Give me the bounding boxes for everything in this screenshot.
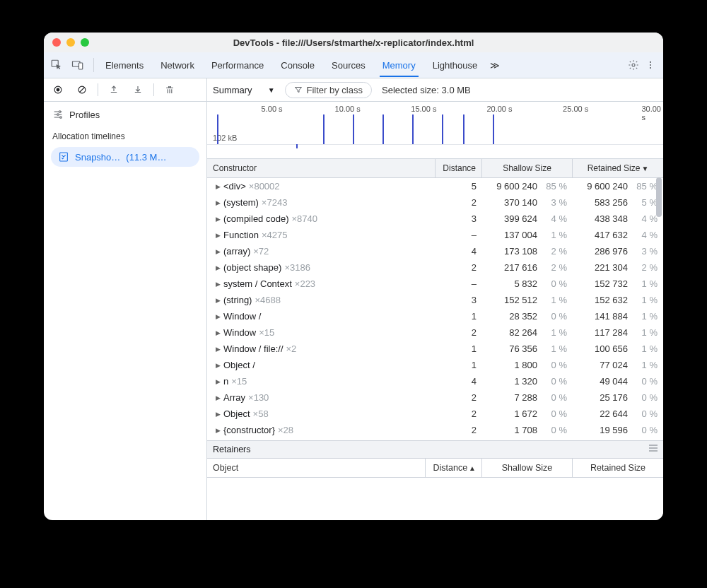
- view-mode-label: Summary: [213, 85, 252, 95]
- heap-row[interactable]: ▶n ×1541 3200 %49 0440 %: [207, 373, 663, 389]
- view-mode-dropdown[interactable]: Summary ▼: [213, 85, 275, 95]
- grid-header: Constructor Distance Shallow Size Retain…: [207, 159, 663, 178]
- svg-point-8: [57, 88, 60, 92]
- window-title: DevTools - file:///Users/stmarthe/x-repl…: [233, 37, 474, 48]
- allocation-timeline[interactable]: 5.00 s 10.00 s 15.00 s 20.00 s 25.00 s 3…: [207, 102, 663, 159]
- class-filter-input[interactable]: Filter by class: [285, 82, 372, 98]
- svg-rect-2: [79, 63, 83, 69]
- retainers-col-shallow[interactable]: Shallow Size: [482, 459, 573, 477]
- profiles-header[interactable]: Profiles: [44, 102, 206, 127]
- heap-row[interactable]: ▶(string) ×46883152 5121 %152 6321 %: [207, 292, 663, 308]
- tab-lighthouse[interactable]: Lighthouse: [424, 54, 486, 76]
- selected-size-label: Selected size: 3.0 MB: [382, 85, 471, 95]
- svg-point-12: [60, 117, 62, 119]
- retainers-menu-icon[interactable]: [649, 445, 658, 452]
- tab-elements[interactable]: Elements: [97, 54, 152, 76]
- heap-row[interactable]: ▶system / Context ×223–5 8320 %152 7321 …: [207, 276, 663, 292]
- heap-row[interactable]: ▶<div> ×8000259 600 24085 %9 600 24085 %: [207, 178, 663, 194]
- svg-point-3: [632, 64, 635, 66]
- kebab-menu-icon[interactable]: [642, 57, 659, 74]
- svg-point-11: [57, 114, 59, 116]
- heap-row[interactable]: ▶Window ×15282 2641 %117 2841 %: [207, 324, 663, 341]
- filter-placeholder: Filter by class: [307, 85, 363, 95]
- heap-row[interactable]: ▶(array) ×724173 1082 %286 9763 %: [207, 243, 663, 259]
- grid-rows: ▶<div> ×8000259 600 24085 %9 600 24085 %…: [207, 178, 663, 440]
- settings-gear-icon[interactable]: [625, 57, 642, 74]
- heap-row[interactable]: ▶(system) ×72432370 1403 %583 2565 %: [207, 194, 663, 211]
- devtools-window: DevTools - file:///Users/stmarthe/x-repl…: [44, 33, 663, 520]
- traffic-lights: [52, 38, 89, 47]
- inspect-icon[interactable]: [48, 57, 65, 74]
- sliders-icon: [52, 109, 64, 120]
- svg-point-5: [650, 64, 651, 66]
- time-label: 20.00 s: [486, 105, 512, 113]
- heap-row[interactable]: ▶(object shape) ×31862217 6162 %221 3042…: [207, 259, 663, 276]
- left-sidebar: Profiles Allocation timelines Snapsho… (…: [44, 78, 207, 520]
- left-toolbar: [44, 78, 206, 102]
- heap-row[interactable]: ▶Window /128 3520 %141 8841 %: [207, 308, 663, 324]
- time-label: 15.00 s: [411, 105, 436, 113]
- filter-icon: [294, 86, 303, 94]
- tab-performance[interactable]: Performance: [203, 54, 272, 76]
- column-constructor[interactable]: Constructor: [207, 159, 436, 177]
- tab-sources[interactable]: Sources: [323, 54, 374, 76]
- collect-garbage-icon[interactable]: [161, 81, 178, 98]
- profiles-label: Profiles: [69, 110, 100, 120]
- column-distance[interactable]: Distance: [436, 159, 482, 177]
- heap-grid: Constructor Distance Shallow Size Retain…: [207, 159, 663, 520]
- snapshot-item[interactable]: Snapsho… (11.3 M…: [51, 147, 199, 167]
- device-toolbar-icon[interactable]: [69, 57, 86, 74]
- column-retained[interactable]: Retained Size▼: [573, 159, 663, 177]
- tabs-overflow[interactable]: ≫: [486, 54, 504, 76]
- svg-point-10: [59, 111, 61, 113]
- heap-row[interactable]: ▶Array ×13027 2880 %25 1760 %: [207, 389, 663, 406]
- time-label: 10.00 s: [335, 105, 361, 113]
- retainers-col-distance[interactable]: Distance▲: [426, 459, 482, 477]
- section-allocation-timelines: Allocation timelines: [44, 127, 206, 144]
- snapshot-size: (11.3 M…: [126, 152, 166, 163]
- heap-row[interactable]: ▶Object ×5821 6720 %22 6440 %: [207, 406, 663, 422]
- heap-row[interactable]: ▶(compiled code) ×87403399 6244 %438 348…: [207, 211, 663, 227]
- vertical-scrollbar[interactable]: [655, 177, 663, 276]
- heap-row[interactable]: ▶Object /11 8000 %77 0241 %: [207, 357, 663, 373]
- svg-point-4: [650, 61, 651, 63]
- retainers-col-object[interactable]: Object: [207, 459, 426, 477]
- time-label: 5.00 s: [262, 105, 283, 113]
- record-icon[interactable]: [49, 81, 66, 98]
- retainers-empty: [207, 478, 663, 520]
- close-window[interactable]: [52, 38, 61, 47]
- retainers-header[interactable]: Retainers: [207, 440, 663, 458]
- tab-memory[interactable]: Memory: [374, 54, 424, 76]
- retainers-columns: Object Distance▲ Shallow Size Retained S…: [207, 458, 663, 478]
- heap-row[interactable]: ▶Function ×4275–137 0041 %417 6324 %: [207, 227, 663, 243]
- heap-row[interactable]: ▶{constructor} ×2821 7080 %19 5960 %: [207, 422, 663, 438]
- titlebar: DevTools - file:///Users/stmarthe/x-repl…: [44, 33, 663, 52]
- svg-point-6: [650, 67, 651, 69]
- export-icon[interactable]: [105, 81, 122, 98]
- clear-icon[interactable]: [74, 81, 90, 98]
- minimize-window[interactable]: [66, 38, 75, 47]
- tab-console[interactable]: Console: [272, 54, 323, 76]
- memory-toolbar: Summary ▼ Filter by class Selected size:…: [207, 78, 663, 102]
- column-shallow[interactable]: Shallow Size: [482, 159, 573, 177]
- heap-row[interactable]: ▶Window / file:// ×2176 3561 %100 6561 %: [207, 341, 663, 357]
- time-label: 25.00 s: [563, 105, 588, 113]
- retainers-col-retained[interactable]: Retained Size: [573, 459, 663, 477]
- snapshot-name: Snapsho…: [75, 152, 120, 163]
- import-icon[interactable]: [129, 81, 146, 98]
- tab-network[interactable]: Network: [152, 54, 203, 76]
- snapshot-icon: [58, 151, 69, 163]
- panel-tabs: Elements Network Performance Console Sou…: [44, 52, 663, 78]
- zoom-window[interactable]: [81, 38, 89, 47]
